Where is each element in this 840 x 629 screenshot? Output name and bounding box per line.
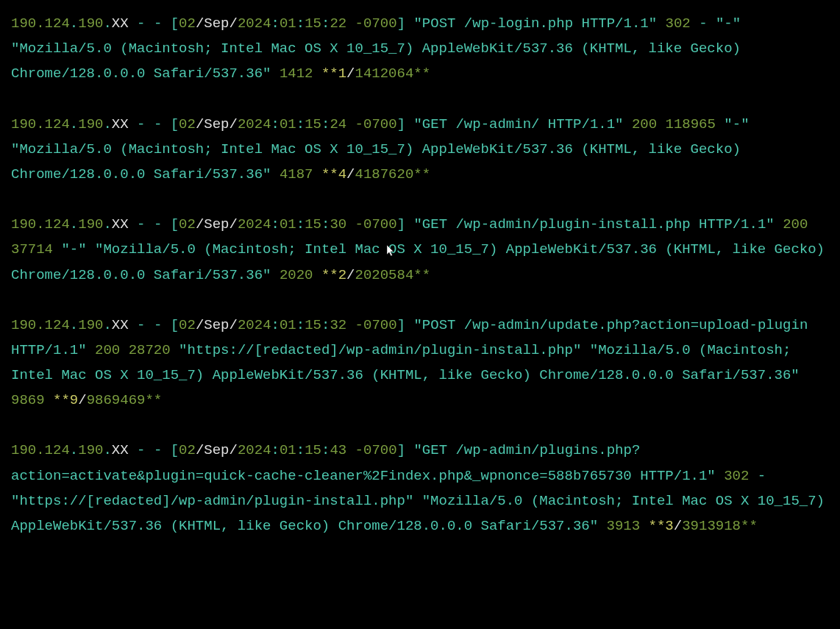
log-month: Sep — [204, 442, 229, 458]
log-month: Sep — [204, 216, 229, 232]
ip-redacted: XX — [112, 317, 129, 333]
log-tz: -0700 — [355, 216, 397, 232]
log-year: 2024 — [238, 317, 271, 333]
log-size: 118965 — [666, 116, 716, 132]
log-size: 28720 — [129, 342, 171, 358]
log-timing1: 9869 — [11, 392, 45, 408]
ip-segment: 190.124 — [11, 116, 70, 132]
log-min: 15 — [305, 216, 321, 232]
log-referer: "-" — [61, 241, 86, 257]
log-day: 02 — [179, 15, 196, 32]
log-timing2: 1412064** — [355, 65, 431, 82]
log-bold-marker: **2 — [321, 267, 346, 283]
log-request: "GET /wp-admin/plugin-install.php HTTP/1… — [413, 216, 774, 232]
ip-redacted: XX — [112, 216, 129, 232]
log-sec: 24 — [330, 116, 346, 132]
log-sec: 32 — [330, 317, 346, 333]
log-timing1: 3913 — [607, 518, 641, 534]
log-status: 200 — [632, 116, 657, 132]
log-entry: 190.124.190.XX - - [02/Sep/2024:01:15:24… — [11, 112, 829, 188]
log-size: - — [699, 15, 707, 32]
log-size: 37714 — [11, 241, 53, 257]
log-tz: -0700 — [355, 317, 397, 333]
log-bold-marker: **3 — [649, 518, 674, 534]
log-timing2: 9869469** — [87, 392, 163, 408]
log-tz: -0700 — [355, 442, 397, 458]
log-status: 200 — [95, 342, 120, 358]
ip-segment: 190.124 — [11, 15, 70, 32]
log-bold-marker: **1 — [321, 65, 346, 82]
log-entry: 190.124.190.XX - - [02/Sep/2024:01:15:43… — [11, 438, 829, 539]
log-month: Sep — [204, 317, 229, 333]
log-timing2: 2020584** — [355, 267, 431, 283]
log-min: 15 — [305, 442, 321, 458]
log-entry: 190.124.190.XX - - [02/Sep/2024:01:15:22… — [11, 11, 829, 87]
log-day: 02 — [179, 442, 196, 458]
access-log: 190.124.190.XX - - [02/Sep/2024:01:15:22… — [11, 11, 829, 539]
log-month: Sep — [204, 116, 229, 132]
log-sec: 30 — [330, 216, 346, 232]
log-timing2: 4187620** — [355, 166, 431, 182]
log-day: 02 — [179, 116, 196, 132]
log-bold-marker: **9 — [53, 392, 78, 408]
log-timing1: 4187 — [280, 166, 313, 182]
log-hour: 01 — [280, 442, 296, 458]
log-status: 302 — [666, 15, 691, 32]
log-hour: 01 — [280, 317, 296, 333]
log-tz: -0700 — [355, 15, 397, 32]
ip-segment: 190 — [78, 442, 103, 458]
log-hour: 01 — [280, 116, 296, 132]
ip-segment: 190.124 — [11, 216, 70, 232]
log-year: 2024 — [238, 216, 271, 232]
ip-segment: 190.124 — [11, 317, 70, 333]
log-referer: "https://[redacted]/wp-admin/plugin-inst… — [11, 493, 413, 509]
log-sec: 22 — [330, 15, 346, 32]
log-referer: "-" — [716, 15, 741, 32]
log-tz: -0700 — [355, 116, 397, 132]
log-min: 15 — [305, 116, 321, 132]
log-size: - — [758, 468, 766, 484]
log-referer: "-" — [724, 116, 749, 132]
log-request: "POST /wp-login.php HTTP/1.1" — [413, 15, 657, 32]
log-year: 2024 — [238, 15, 271, 32]
ip-redacted: XX — [112, 442, 129, 458]
log-month: Sep — [204, 15, 229, 32]
log-year: 2024 — [238, 116, 271, 132]
log-timing1: 1412 — [280, 65, 313, 82]
log-request: "GET /wp-admin/ HTTP/1.1" — [413, 116, 623, 132]
log-timing2: 3913918** — [682, 518, 758, 534]
ip-segment: 190 — [78, 216, 103, 232]
log-referer: "https://[redacted]/wp-admin/plugin-inst… — [179, 342, 581, 358]
log-bold-marker: **4 — [321, 166, 346, 182]
ip-segment: 190 — [78, 15, 103, 32]
log-sec: 43 — [330, 442, 346, 458]
log-hour: 01 — [280, 216, 296, 232]
log-status: 302 — [724, 468, 749, 484]
log-entry: 190.124.190.XX - - [02/Sep/2024:01:15:30… — [11, 212, 829, 288]
log-hour: 01 — [280, 15, 296, 32]
ip-segment: 190 — [78, 317, 103, 333]
ip-segment: 190 — [78, 116, 103, 132]
log-day: 02 — [179, 317, 196, 333]
ip-redacted: XX — [112, 116, 129, 132]
log-status: 200 — [783, 216, 808, 232]
log-min: 15 — [305, 15, 321, 32]
log-entry: 190.124.190.XX - - [02/Sep/2024:01:15:32… — [11, 313, 829, 413]
ip-redacted: XX — [112, 15, 129, 32]
ip-segment: 190.124 — [11, 442, 70, 458]
log-year: 2024 — [238, 442, 271, 458]
log-day: 02 — [179, 216, 196, 232]
log-min: 15 — [305, 317, 321, 333]
log-timing1: 2020 — [280, 267, 313, 283]
